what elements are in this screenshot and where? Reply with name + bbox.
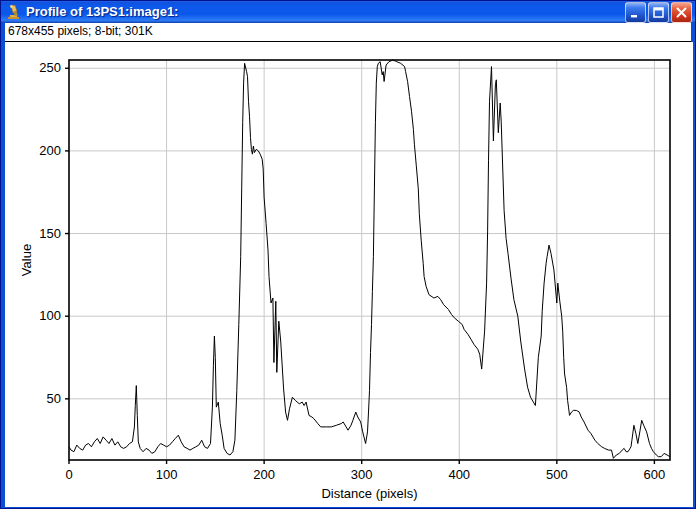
y-tick-label: 200 [39,143,61,158]
x-axis-title: Distance (pixels) [321,486,417,501]
x-tick-label: 300 [351,467,373,482]
close-icon [675,6,688,19]
x-tick-label: 400 [448,467,470,482]
y-tick-label: 150 [39,226,61,241]
x-tick-label: 600 [644,467,666,482]
plot-canvas[interactable]: 010020030040050060050100150200250Distanc… [5,42,693,507]
status-text: 678x455 pixels; 8-bit; 301K [8,24,153,38]
maximize-button[interactable] [648,2,669,23]
y-tick-label: 250 [39,60,61,75]
title-bar[interactable]: Profile of 13PS1:image1: [1,1,695,23]
window-title: Profile of 13PS1:image1: [26,1,625,23]
minimize-button[interactable] [625,2,646,23]
maximize-icon [652,6,665,19]
status-bar: 678x455 pixels; 8-bit; 301K [5,23,691,42]
close-button[interactable] [671,2,692,23]
x-tick-label: 100 [156,467,178,482]
x-tick-label: 200 [253,467,275,482]
minimize-icon [629,6,642,19]
profile-window: Profile of 13PS1:image1: 678x455 [0,0,696,509]
imagej-microscope-icon [6,4,22,20]
y-axis-title: Value [19,244,34,276]
x-tick-label: 0 [65,467,72,482]
x-tick-label: 500 [546,467,568,482]
profile-plot-svg: 010020030040050060050100150200250Distanc… [5,42,693,507]
window-content: 678x455 pixels; 8-bit; 301K 010020030040… [5,23,691,504]
y-tick-label: 50 [47,391,61,406]
y-tick-label: 100 [39,308,61,323]
